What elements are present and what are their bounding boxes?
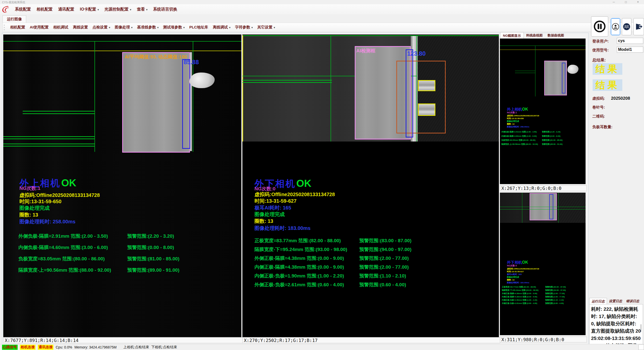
minimize-button[interactable]: ─ bbox=[609, 0, 619, 4]
tool-plc-address[interactable]: PLC地址库 bbox=[187, 25, 210, 30]
measure-blue-box bbox=[406, 49, 413, 137]
measure-line-1b bbox=[23, 113, 94, 114]
camera-upper-image-panel[interactable]: AI平均阈值:93, 动态阈值:100 85.88 外上相机OK NG次数:1 … bbox=[3, 34, 241, 337]
menu-light-control-config[interactable]: 光源控制配置 bbox=[102, 7, 134, 12]
menu-items: 系统配置 相机配置 通讯配置 IO卡配置 光源控制配置 查看 系统语言切换 bbox=[12, 4, 180, 14]
mini-measurement-value: 负极宽度=83.05mm 范围:(80.00 - 86.00) bbox=[501, 139, 535, 142]
process-time-line: 图像处理耗时: 258.00ms bbox=[19, 218, 75, 225]
menu-view[interactable]: 查看 bbox=[134, 7, 150, 12]
camera-lower-image-panel[interactable]: AI检测框 123.80 外下相机OK NG次数:0 虚拟码:Offline20… bbox=[242, 34, 499, 337]
titlebar: CYS-视觉检测系统 ─ □ × bbox=[0, 0, 644, 4]
film-region-box bbox=[122, 52, 190, 153]
menu-system-config[interactable]: 系统配置 bbox=[12, 7, 34, 12]
mini-green-vline bbox=[535, 46, 535, 96]
log-scrollbar[interactable] bbox=[641, 324, 641, 332]
warning-range: 预警范围:(0.60 - 4.00) bbox=[359, 282, 406, 288]
tool-camera-config[interactable]: 相机配置 bbox=[8, 25, 27, 30]
mini-measure-line-a bbox=[515, 71, 535, 71]
tool-image-processing[interactable]: 图像处理 bbox=[113, 25, 135, 30]
turns-line: 圈数: 13 bbox=[19, 212, 38, 218]
winding-pin-label: 卷针号: bbox=[592, 105, 605, 110]
left-yellow-line bbox=[242, 35, 243, 142]
mini-warning-range: 预警范围:(2.00 - 77.00) bbox=[545, 296, 565, 298]
tab-run-image[interactable]: 运行图像 bbox=[3, 15, 26, 23]
mini-warning-range: 预警范围:(0.00 - 8.00) bbox=[542, 135, 560, 137]
virtual-code-label: 虚拟码: bbox=[592, 96, 605, 101]
tab-run-log[interactable]: 运行日志 bbox=[589, 298, 607, 304]
maximize-button[interactable]: □ bbox=[621, 0, 631, 4]
run-log-content[interactable]: 耗时: 222, 缺陷检测耗时: 17, 缺陷分类耗时: 0, 缺陷提取分区耗时… bbox=[589, 304, 643, 349]
tab-line-curve[interactable]: 料线曲线图 bbox=[524, 32, 545, 39]
mini-yellow-line bbox=[500, 50, 586, 50]
user-button[interactable] bbox=[611, 18, 620, 35]
measurement-value: 负极宽度=83.05mm 范围:(80.00 - 86.00) bbox=[18, 256, 105, 262]
toolbar-grip[interactable] bbox=[4, 25, 6, 30]
mini-measure-line-b bbox=[515, 73, 535, 73]
measurement-value: 外侧负极-隔膜=2.91mm 范围:(2.00 - 3.50) bbox=[18, 233, 108, 239]
model-input[interactable] bbox=[617, 47, 643, 53]
mini-info-line: 极耳AI耗时: 165 bbox=[507, 273, 522, 276]
menu-camera-config[interactable]: 相机配置 bbox=[34, 7, 55, 12]
warning-range: 预警范围:(83.00 - 87.00) bbox=[359, 237, 411, 244]
mini-info-line: 图像处理耗时: 258.00ms bbox=[507, 125, 529, 128]
camera-link-indicator: 相机连接 bbox=[20, 345, 36, 350]
tool-offline-debug[interactable]: 离线调试 bbox=[210, 25, 233, 30]
tool-ai-usage-config[interactable]: AI使用配置 bbox=[27, 25, 51, 30]
mini-measurement-value: 隔膜宽度-上=90.56mm 范围:(88.00 - 92.00) bbox=[501, 143, 538, 146]
mini-green-vline-2 bbox=[558, 193, 559, 223]
mini-info-line: 圈数: 13 bbox=[507, 123, 514, 125]
tab-ng-screenshot[interactable]: NG截图显示 bbox=[500, 32, 524, 39]
measure-line-3a bbox=[3, 144, 94, 144]
pause-button[interactable] bbox=[591, 16, 608, 37]
measurement-value: 内侧正极-负极=1.90mm 范围:(1.00 - 2.20) bbox=[254, 273, 344, 279]
log-tabs: 运行日志 设置日志 错误日志 bbox=[589, 298, 641, 304]
menu-comm-config[interactable]: 通讯配置 bbox=[55, 7, 77, 12]
measurement-row: 外侧正极-负极=2.61mm 范围:(0.60 - 4.00) 预警范围:(0.… bbox=[254, 282, 486, 287]
mini-measure-line-a bbox=[500, 207, 586, 207]
pause-icon bbox=[593, 20, 606, 33]
close-button[interactable]: × bbox=[633, 0, 643, 4]
mini-warning-range: 预警范围:(81.00 - 85.00) bbox=[542, 139, 563, 142]
upper-camera-status: 上相机:点检结束 bbox=[123, 345, 149, 349]
tool-char-params[interactable]: 字符参数 bbox=[233, 25, 255, 30]
mini-green-vline-1 bbox=[522, 193, 522, 223]
tool-test-item-params[interactable]: 测试项参数 bbox=[161, 25, 187, 30]
mini-camera-name: 外下相机 bbox=[507, 260, 522, 264]
logout-icon bbox=[635, 23, 643, 31]
measurement-row: 外侧负极-隔膜=2.91mm 范围:(2.00 - 3.50) 预警范围:(2.… bbox=[18, 233, 240, 238]
mini-green-line bbox=[500, 46, 586, 46]
users-button[interactable] bbox=[622, 18, 631, 35]
login-user-input[interactable] bbox=[617, 38, 643, 44]
menu-language-switch[interactable]: 系统语言切换 bbox=[150, 7, 180, 12]
measurement-value: 外侧正极-隔膜=4.38mm 范围:(0.00 - 9.00) bbox=[254, 255, 344, 262]
qr-code-label: 二维码: bbox=[592, 114, 605, 119]
sidebar: 登录用户: 使用型号: 总结果: 结果 结果 虚拟码: 20250208 卷针号… bbox=[589, 14, 644, 343]
mini-info-line: 图像处理完成 bbox=[507, 276, 519, 278]
measurement-value: 正极宽度=83.77mm 范围:(82.00 - 88.00) bbox=[254, 237, 341, 244]
login-user-label: 登录用户: bbox=[592, 39, 609, 44]
tab-error-log[interactable]: 错误日志 bbox=[624, 298, 641, 304]
ng-preview-bottom-panel[interactable]: 外下相机OK NG次数:0 虚拟码:Offline202502081331347… bbox=[500, 193, 586, 335]
mini-camera-result: OK bbox=[522, 260, 528, 264]
ng-preview-top-panel[interactable]: 外上相机OK NG次数:1 虚拟码:Offline202502081331347… bbox=[500, 39, 586, 184]
warning-range: 预警范围:(94.00 - 97.00) bbox=[359, 246, 411, 253]
tab-data-curve[interactable]: 数据曲线图 bbox=[545, 32, 567, 39]
tool-camera-debug[interactable]: 相机调试 bbox=[51, 25, 71, 30]
measurement-value: 外侧正极-负极=2.61mm 范围:(0.60 - 4.00) bbox=[254, 282, 344, 288]
warning-range: 预警范围:(1.10 - 2.10) bbox=[359, 273, 406, 279]
app-logo-icon bbox=[1, 5, 10, 14]
camera-upper-coord-status: X:7677;Y:891;R:14;G:14;B:14 bbox=[3, 337, 243, 343]
mini-info-line: 虚拟码:Offline20250208133134728 bbox=[507, 267, 539, 270]
menu-io-card-config[interactable]: IO卡配置 bbox=[77, 7, 102, 12]
time-line: 时间:13-31-59-650 bbox=[19, 198, 61, 205]
measurement-row: 隔膜宽度-下=95.24mm 范围:(93.00 - 98.00) 预警范围:(… bbox=[254, 246, 486, 252]
tab-setting-log[interactable]: 设置日志 bbox=[607, 298, 624, 304]
app-window: CYS-视觉检测系统 ─ □ × 系统配置 相机配置 通讯配置 IO卡配置 光源… bbox=[0, 0, 644, 350]
tool-offline-setting[interactable]: 离线设置 bbox=[71, 25, 90, 30]
virtual-code-line: 虚拟码:Offline20250208133134728 bbox=[254, 191, 335, 198]
tool-spot-check[interactable]: 点检设置 bbox=[90, 25, 113, 30]
tool-baseline-params[interactable]: 基准线参数 bbox=[135, 25, 161, 30]
baseline-yellow-upper bbox=[3, 51, 241, 51]
tool-other-settings[interactable]: 其它设置 bbox=[255, 25, 277, 30]
exit-button[interactable] bbox=[633, 18, 644, 35]
